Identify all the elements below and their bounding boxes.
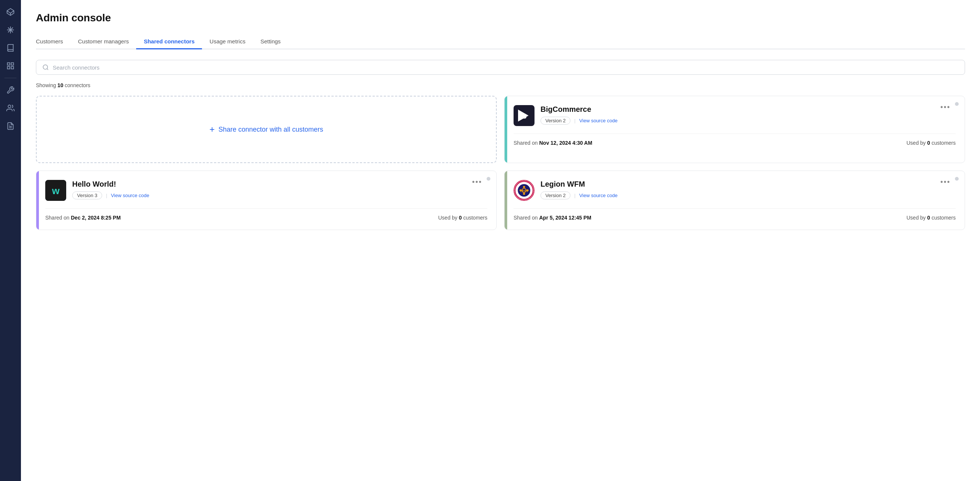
card-meta: Version 2 | View source code (541, 117, 956, 124)
helloworld-logo: w (45, 180, 66, 201)
bigcommerce-logo: B (514, 105, 535, 126)
card-info: BigCommerce Version 2 | View source code (541, 105, 956, 124)
svg-rect-9 (11, 67, 13, 69)
used-by-count: 0 (459, 215, 462, 221)
svg-text:B: B (522, 113, 527, 120)
add-connector-label: Share connector with all customers (218, 126, 323, 134)
wrench-icon[interactable] (3, 83, 18, 98)
connector-name: Hello World! (72, 180, 487, 188)
sidebar-divider (5, 78, 16, 78)
more-options-button[interactable]: ••• (937, 176, 953, 188)
card-meta: Version 2 | View source code (541, 191, 956, 199)
svg-text:w: w (52, 185, 60, 196)
stack-icon[interactable] (3, 5, 18, 19)
connector-name: BigCommerce (541, 105, 956, 114)
connector-card-legion: ••• TEST (504, 170, 965, 230)
view-source-link[interactable]: View source code (579, 193, 617, 198)
card-footer: Shared on Dec 2, 2024 8:25 PM Used by 0 … (45, 208, 487, 221)
version-badge: Version 2 (541, 117, 570, 124)
shared-date: Apr 5, 2024 12:45 PM (539, 215, 591, 221)
accent-bar (504, 171, 507, 229)
content-area: Admin console Customers Customer manager… (21, 0, 980, 481)
status-dot (955, 102, 959, 106)
used-by-count: 0 (927, 215, 930, 221)
accent-bar (36, 171, 39, 229)
card-header: w Hello World! Version 3 | View source c… (45, 180, 487, 201)
shared-date: Nov 12, 2024 4:30 AM (539, 140, 592, 146)
tab-customer-managers[interactable]: Customer managers (71, 34, 137, 49)
connectors-grid: + Share connector with all customers •••… (36, 96, 965, 230)
svg-point-24 (523, 186, 525, 188)
status-dot (487, 177, 490, 181)
svg-point-10 (8, 105, 11, 108)
used-by-count: 0 (927, 140, 930, 146)
tab-settings[interactable]: Settings (253, 34, 288, 49)
add-connector-content: + Share connector with all customers (210, 125, 323, 134)
more-options-button[interactable]: ••• (937, 101, 953, 113)
book-icon[interactable] (3, 40, 18, 55)
search-bar (36, 60, 965, 75)
person-icon[interactable] (3, 100, 18, 116)
svg-rect-6 (8, 63, 10, 65)
svg-text:TEST: TEST (520, 189, 528, 193)
card-meta: Version 3 | View source code (72, 191, 487, 199)
snowflake-icon[interactable] (3, 22, 18, 37)
connector-card-helloworld: ••• w Hello World! Version 3 | View (36, 170, 497, 230)
used-by: Used by 0 customers (906, 215, 956, 221)
search-input[interactable] (53, 64, 959, 71)
view-source-link[interactable]: View source code (111, 193, 149, 198)
more-options-button[interactable]: ••• (469, 176, 485, 188)
view-source-link[interactable]: View source code (579, 118, 617, 123)
tab-customers[interactable]: Customers (36, 34, 71, 49)
card-footer: Shared on Nov 12, 2024 4:30 AM Used by 0… (514, 134, 956, 146)
shared-on: Shared on Apr 5, 2024 12:45 PM (514, 215, 591, 221)
version-badge: Version 3 (72, 191, 102, 199)
meta-separator: | (574, 118, 575, 123)
connector-name: Legion WFM (541, 180, 956, 188)
card-info: Hello World! Version 3 | View source cod… (72, 180, 487, 199)
meta-separator: | (574, 193, 575, 198)
used-by: Used by 0 customers (438, 215, 487, 221)
legion-logo: TEST (514, 180, 535, 201)
shared-on: Shared on Dec 2, 2024 8:25 PM (45, 215, 121, 221)
grid-icon[interactable] (3, 58, 18, 73)
status-dot (955, 177, 959, 181)
main-content: Admin console Customers Customer manager… (21, 0, 980, 481)
sidebar (0, 0, 21, 481)
add-plus-icon: + (210, 125, 215, 134)
svg-point-13 (43, 65, 48, 69)
shared-on: Shared on Nov 12, 2024 4:30 AM (514, 140, 592, 146)
card-header: B BigCommerce Version 2 | View source co… (514, 105, 956, 126)
tab-usage-metrics[interactable]: Usage metrics (202, 34, 253, 49)
meta-separator: | (106, 193, 107, 198)
connector-card-bigcommerce: ••• B BigCommerce Version 2 | (504, 96, 965, 163)
page-title: Admin console (36, 12, 965, 24)
card-footer: Shared on Apr 5, 2024 12:45 PM Used by 0… (514, 208, 956, 221)
tab-shared-connectors[interactable]: Shared connectors (136, 34, 202, 49)
svg-rect-7 (11, 63, 13, 65)
add-connector-card[interactable]: + Share connector with all customers (36, 96, 497, 163)
tabs-nav: Customers Customer managers Shared conne… (36, 34, 965, 49)
showing-count: Showing 10 connectors (36, 82, 965, 88)
used-by: Used by 0 customers (906, 140, 956, 146)
search-icon (42, 64, 49, 71)
report-icon[interactable] (3, 119, 18, 134)
version-badge: Version 2 (541, 191, 570, 199)
svg-point-25 (523, 193, 525, 195)
card-info: Legion WFM Version 2 | View source code (541, 180, 956, 199)
card-header: TEST Legion WFM Version 2 | View source … (514, 180, 956, 201)
svg-rect-8 (8, 67, 10, 69)
svg-line-14 (47, 68, 48, 70)
shared-date: Dec 2, 2024 8:25 PM (71, 215, 121, 221)
accent-bar (504, 96, 507, 163)
